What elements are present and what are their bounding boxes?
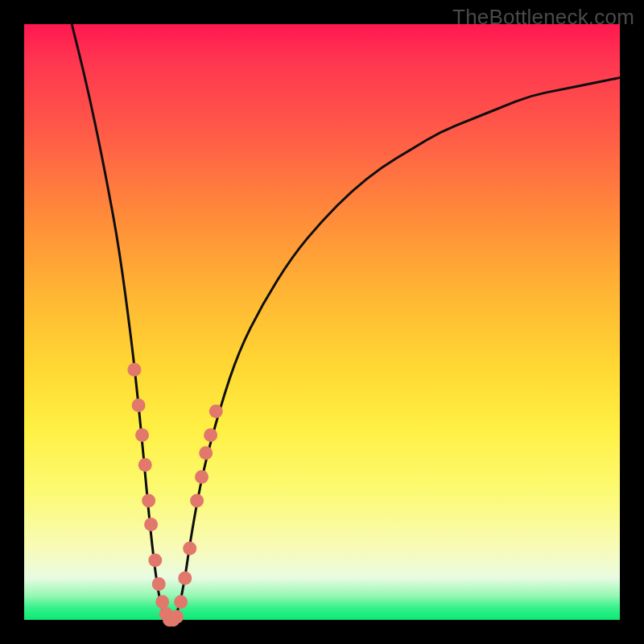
data-point xyxy=(142,494,155,508)
watermark-text: TheBottleneck.com xyxy=(452,5,634,30)
data-point xyxy=(178,572,192,585)
data-point-markers xyxy=(127,363,222,627)
data-point xyxy=(170,610,184,624)
data-point xyxy=(144,518,158,531)
data-point xyxy=(152,577,166,591)
data-point xyxy=(183,542,196,555)
data-point xyxy=(199,446,213,460)
data-point xyxy=(174,595,188,609)
data-point xyxy=(148,554,162,568)
data-point xyxy=(190,494,204,508)
data-point xyxy=(132,398,146,412)
chart-frame: TheBottleneck.com xyxy=(0,0,644,644)
data-point xyxy=(195,470,208,484)
data-point xyxy=(138,458,152,472)
data-point xyxy=(155,595,169,609)
data-point xyxy=(204,428,217,442)
data-point xyxy=(135,428,149,442)
data-point xyxy=(127,363,141,377)
data-point xyxy=(209,405,223,419)
plot-area xyxy=(24,24,620,620)
bottleneck-curve-svg xyxy=(24,24,620,620)
